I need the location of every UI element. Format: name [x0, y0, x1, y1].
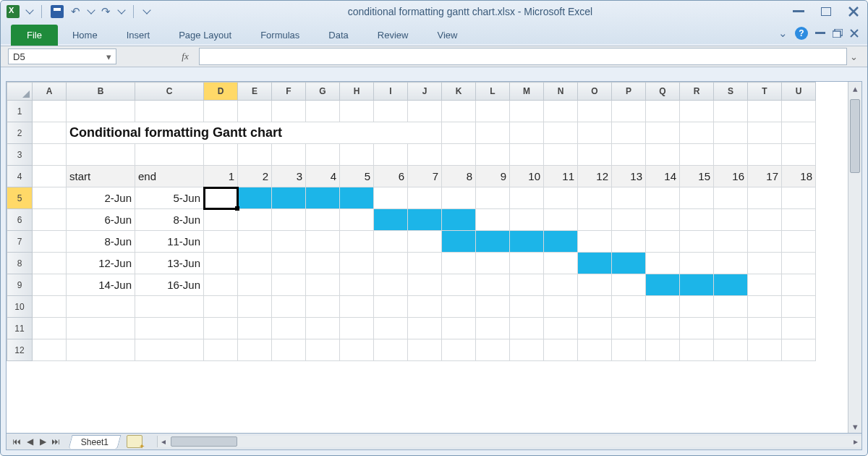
cell-A6[interactable] — [33, 209, 67, 231]
cell-K12[interactable] — [442, 339, 476, 361]
cell-B12[interactable] — [67, 339, 135, 361]
ribbon-collapse-icon[interactable]: ⌄ — [778, 27, 788, 40]
column-header-K[interactable]: K — [442, 83, 476, 101]
cell-H3[interactable] — [340, 144, 374, 166]
cell-O10[interactable] — [578, 296, 612, 318]
column-header-A[interactable]: A — [33, 83, 67, 101]
cell-E8[interactable] — [238, 253, 272, 274]
cell-G6[interactable] — [306, 209, 340, 231]
cell-C5[interactable]: 5-Jun — [135, 187, 204, 209]
cell-K4[interactable]: 8 — [442, 166, 476, 187]
ribbon-tab-page-layout[interactable]: Page Layout — [164, 25, 246, 46]
cell-C8[interactable]: 13-Jun — [135, 253, 204, 274]
cell-P4[interactable]: 13 — [612, 166, 646, 187]
cell-K11[interactable] — [442, 318, 476, 339]
cell-A9[interactable] — [33, 274, 67, 296]
name-box-dropdown-icon[interactable]: ▾ — [106, 51, 111, 62]
save-icon[interactable] — [51, 5, 64, 18]
cell-O9[interactable] — [578, 274, 612, 296]
sheet-nav-prev-icon[interactable]: ◀ — [24, 436, 35, 447]
cell-G10[interactable] — [306, 296, 340, 318]
cell-F6[interactable] — [272, 209, 306, 231]
ribbon-tab-home[interactable]: Home — [58, 25, 112, 46]
sheet-nav-next-icon[interactable]: ▶ — [37, 436, 48, 447]
cell-G3[interactable] — [306, 144, 340, 166]
cell-F8[interactable] — [272, 253, 306, 274]
sheet-tab-sheet1[interactable]: Sheet1 — [68, 435, 121, 449]
cell-I5[interactable] — [374, 187, 408, 209]
cell-O3[interactable] — [578, 144, 612, 166]
cell-P12[interactable] — [612, 339, 646, 361]
cell-T1[interactable] — [748, 101, 782, 122]
cell-B11[interactable] — [67, 318, 135, 339]
cell-P10[interactable] — [612, 296, 646, 318]
cell-Q6[interactable] — [646, 209, 680, 231]
cell-P3[interactable] — [612, 144, 646, 166]
cell-L5[interactable] — [476, 187, 510, 209]
cell-S9[interactable] — [714, 274, 748, 296]
cell-U7[interactable] — [782, 231, 816, 253]
cell-I11[interactable] — [374, 318, 408, 339]
cell-S4[interactable]: 16 — [714, 166, 748, 187]
cell-A2[interactable] — [33, 122, 67, 144]
new-sheet-button[interactable] — [127, 435, 142, 448]
cell-J8[interactable] — [408, 253, 442, 274]
cell-C7[interactable]: 11-Jun — [135, 231, 204, 253]
workbook-close-icon[interactable] — [850, 29, 859, 38]
cell-D12[interactable] — [204, 339, 238, 361]
name-box[interactable]: D5 ▾ — [8, 48, 116, 64]
cell-R5[interactable] — [680, 187, 714, 209]
cell-A4[interactable] — [33, 166, 67, 187]
cell-J6[interactable] — [408, 209, 442, 231]
worksheet-grid[interactable]: ABCDEFGHIJKLMNOPQRSTU12Conditional forma… — [6, 81, 862, 434]
cell-D9[interactable] — [204, 274, 238, 296]
cell-T4[interactable]: 17 — [748, 166, 782, 187]
cell-I3[interactable] — [374, 144, 408, 166]
cell-J12[interactable] — [408, 339, 442, 361]
column-header-L[interactable]: L — [476, 83, 510, 101]
cell-A12[interactable] — [33, 339, 67, 361]
cell-O1[interactable] — [578, 101, 612, 122]
cell-E9[interactable] — [238, 274, 272, 296]
cell-F4[interactable]: 3 — [272, 166, 306, 187]
cell-D5[interactable] — [204, 187, 238, 209]
cell-F3[interactable] — [272, 144, 306, 166]
cell-P7[interactable] — [612, 231, 646, 253]
cell-M6[interactable] — [510, 209, 544, 231]
cell-S11[interactable] — [714, 318, 748, 339]
cell-H8[interactable] — [340, 253, 374, 274]
cell-U11[interactable] — [782, 318, 816, 339]
cell-B3[interactable] — [67, 144, 135, 166]
row-header-2[interactable]: 2 — [7, 122, 33, 144]
cell-U12[interactable] — [782, 339, 816, 361]
cell-O11[interactable] — [578, 318, 612, 339]
cell-A10[interactable] — [33, 296, 67, 318]
hscroll-thumb[interactable] — [171, 436, 237, 447]
vscroll-thumb[interactable] — [850, 99, 860, 173]
horizontal-scrollbar[interactable]: ◂ ▸ — [157, 436, 861, 447]
cell-O7[interactable] — [578, 231, 612, 253]
cell-R10[interactable] — [680, 296, 714, 318]
cell-G1[interactable] — [306, 101, 340, 122]
row-header-7[interactable]: 7 — [7, 231, 33, 253]
cell-D8[interactable] — [204, 253, 238, 274]
cell-U10[interactable] — [782, 296, 816, 318]
cell-L12[interactable] — [476, 339, 510, 361]
cell-I8[interactable] — [374, 253, 408, 274]
cell-B5[interactable]: 2-Jun — [67, 187, 135, 209]
cell-I10[interactable] — [374, 296, 408, 318]
cell-A7[interactable] — [33, 231, 67, 253]
cell-K3[interactable] — [442, 144, 476, 166]
cell-E10[interactable] — [238, 296, 272, 318]
cell-T8[interactable] — [748, 253, 782, 274]
cell-Q4[interactable]: 14 — [646, 166, 680, 187]
workbook-restore-icon[interactable] — [833, 29, 843, 38]
workbook-minimize-icon[interactable] — [815, 32, 825, 35]
cell-K7[interactable] — [442, 231, 476, 253]
cell-N7[interactable] — [544, 231, 578, 253]
scroll-left-arrow-icon[interactable]: ◂ — [158, 436, 169, 447]
cell-O6[interactable] — [578, 209, 612, 231]
cell-N5[interactable] — [544, 187, 578, 209]
cell-U8[interactable] — [782, 253, 816, 274]
column-header-R[interactable]: R — [680, 83, 714, 101]
